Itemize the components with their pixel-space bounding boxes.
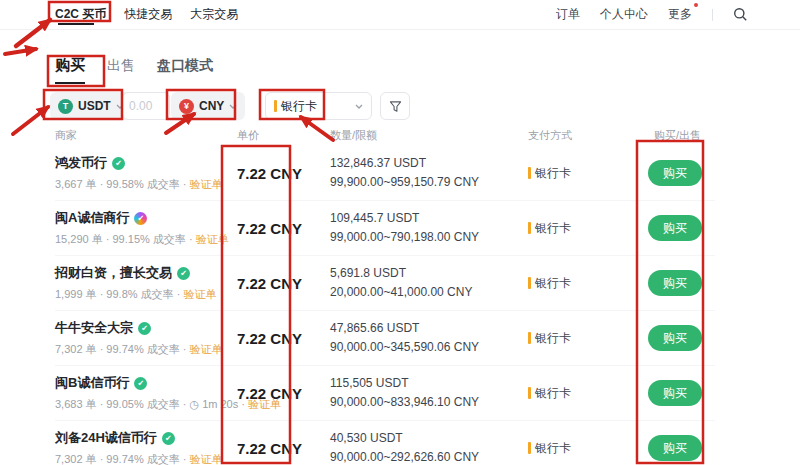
payment-method-select[interactable]: 银行卡 xyxy=(265,92,372,120)
search-icon[interactable] xyxy=(733,7,748,22)
merchant-name[interactable]: 闽A诚信商行 xyxy=(55,209,129,227)
header-merchant: 商家 xyxy=(55,128,232,143)
nav-item-profile[interactable]: 个人中心 xyxy=(600,6,648,23)
merchant-stats: 1,999 单 · 99.8% 成交率 · xyxy=(55,288,183,300)
nav-item-orders[interactable]: 订单 xyxy=(556,6,580,23)
payment-color-bar-icon xyxy=(528,167,531,179)
buy-button[interactable]: 购买 xyxy=(648,380,702,406)
verified-badge-icon: ✔ xyxy=(138,322,151,335)
buy-button[interactable]: 购买 xyxy=(648,215,702,241)
table-header-row: 商家 单价 数量/限额 支付方式 购买/出售 xyxy=(55,128,715,143)
buy-button[interactable]: 购买 xyxy=(648,435,702,461)
available-amount: 115,505 USDT xyxy=(330,374,528,393)
nav-item-block-trade[interactable]: 大宗交易 xyxy=(190,6,238,23)
limit-range: 99,900.00~959,150.79 CNY xyxy=(330,173,528,192)
offer-row: 刘备24H诚信币行 ✔ 7,302 单 · 99.74% 成交率 · 验证单 7… xyxy=(55,421,715,465)
offer-row: 闽A诚信商行 ✔ 15,290 单 · 99.15% 成交率 · 验证单 7.2… xyxy=(55,201,715,256)
merchant-name[interactable]: 牛牛安全大宗 xyxy=(55,319,133,337)
merchant-stats: 3,667 单 · 99.58% 成交率 · xyxy=(55,178,190,190)
payment-method: 银行卡 xyxy=(535,440,571,457)
limit-range: 20,000.00~41,000.00 CNY xyxy=(330,283,528,302)
merchant-stats: 7,302 单 · 99.74% 成交率 · xyxy=(55,453,190,465)
payment-method: 银行卡 xyxy=(535,385,571,402)
chevron-down-icon xyxy=(355,104,363,109)
nav-item-more[interactable]: 更多 xyxy=(668,6,692,23)
limit-range: 99,000.00~790,198.00 CNY xyxy=(330,228,528,247)
amount-input[interactable] xyxy=(122,92,170,120)
chevron-down-icon xyxy=(229,104,237,109)
buy-button[interactable]: 购买 xyxy=(648,270,702,296)
merchant-stats: 15,290 单 · 99.15% 成交率 · xyxy=(55,233,196,245)
buy-sell-tabs: 购买 出售 盘口模式 xyxy=(55,56,213,84)
tether-icon: T xyxy=(58,99,73,114)
payment-color-bar-icon xyxy=(528,387,531,399)
divider xyxy=(712,9,713,21)
offer-row: 闽B诚信币行 ✔ 3,683 单 · 99.05% 成交率 · ◷ 1m 20s… xyxy=(55,366,715,421)
verified-badge-icon: ✔ xyxy=(134,377,147,390)
filter-button[interactable] xyxy=(380,92,410,120)
header-quantity-limit: 数量/限额 xyxy=(330,128,528,143)
merchant-stats: 3,683 单 · 99.05% 成交率 · ◷ 1m 20s · xyxy=(55,398,248,410)
verified-order-tag[interactable]: 验证单 xyxy=(190,453,223,465)
active-nav-underline xyxy=(58,23,94,25)
verified-order-tag[interactable]: 验证单 xyxy=(183,288,216,300)
header-payment: 支付方式 xyxy=(528,128,648,143)
limit-range: 90,000.00~345,590.06 CNY xyxy=(330,338,528,357)
nav-item-c2c-buy[interactable]: C2C 买币 xyxy=(55,6,106,23)
fiat-select-label: CNY xyxy=(199,99,224,113)
annotation-arrow-usdt xyxy=(13,107,48,134)
payment-method: 银行卡 xyxy=(535,330,571,347)
price: 7.22 CNY xyxy=(232,330,330,347)
merchant-name[interactable]: 刘备24H诚信币行 xyxy=(55,429,157,447)
merchant-stats: 7,302 单 · 99.74% 成交率 · xyxy=(55,343,190,355)
payment-color-bar-icon xyxy=(528,442,531,454)
merchant-name[interactable]: 招财白资，擅长交易 xyxy=(55,264,172,282)
verified-order-tag[interactable]: 验证单 xyxy=(196,233,229,245)
tab-sell[interactable]: 出售 xyxy=(107,57,135,75)
crypto-select[interactable]: T USDT xyxy=(50,92,132,120)
payment-color-bar-icon xyxy=(274,100,277,112)
available-amount: 132,846.37 USDT xyxy=(330,154,528,173)
nav-item-express-trade[interactable]: 快捷交易 xyxy=(124,6,172,23)
header-price: 单价 xyxy=(232,128,330,143)
buy-button[interactable]: 购买 xyxy=(648,160,702,186)
payment-color-bar-icon xyxy=(528,222,531,234)
tab-orderbook-mode[interactable]: 盘口模式 xyxy=(157,57,213,75)
offer-row: 牛牛安全大宗 ✔ 7,302 单 · 99.74% 成交率 · 验证单 7.22… xyxy=(55,311,715,366)
offer-row: 鸿发币行 ✔ 3,667 单 · 99.58% 成交率 · 验证单 7.22 C… xyxy=(55,146,715,201)
verified-order-tag[interactable]: 验证单 xyxy=(190,343,223,355)
price: 7.22 CNY xyxy=(232,385,330,402)
available-amount: 5,691.8 USDT xyxy=(330,264,528,283)
merchant-name[interactable]: 闽B诚信币行 xyxy=(55,374,129,392)
available-amount: 109,445.7 USDT xyxy=(330,209,528,228)
funnel-icon xyxy=(389,100,402,113)
price: 7.22 CNY xyxy=(232,440,330,457)
offer-list: 鸿发币行 ✔ 3,667 单 · 99.58% 成交率 · 验证单 7.22 C… xyxy=(55,146,715,465)
limit-range: 90,000.00~833,946.10 CNY xyxy=(330,393,528,412)
buy-button[interactable]: 购买 xyxy=(648,325,702,351)
payment-color-bar-icon xyxy=(528,277,531,289)
crypto-select-label: USDT xyxy=(78,99,111,113)
available-amount: 40,530 USDT xyxy=(330,429,528,448)
annotation-arrow-buy-tab xyxy=(5,49,36,54)
verified-badge-icon: ✔ xyxy=(134,212,147,225)
tab-buy[interactable]: 购买 xyxy=(55,56,85,84)
price: 7.22 CNY xyxy=(232,220,330,237)
verified-order-tag[interactable]: 验证单 xyxy=(190,178,223,190)
payment-method: 银行卡 xyxy=(535,220,571,237)
verified-badge-icon: ✔ xyxy=(112,157,125,170)
top-navbar: C2C 买币 快捷交易 大宗交易 订单 个人中心 更多 xyxy=(0,0,800,30)
available-amount: 47,865.66 USDT xyxy=(330,319,528,338)
payment-select-label: 银行卡 xyxy=(281,98,317,115)
limit-range: 90,000.00~292,626.60 CNY xyxy=(330,448,528,465)
header-buy-sell: 购买/出售 xyxy=(648,128,715,143)
price: 7.22 CNY xyxy=(232,165,330,182)
notification-dot-icon xyxy=(694,3,698,7)
payment-color-bar-icon xyxy=(528,332,531,344)
offer-row: 招财白资，擅长交易 ✔ 1,999 单 · 99.8% 成交率 · 验证单 7.… xyxy=(55,256,715,311)
verified-badge-icon: ✔ xyxy=(177,267,190,280)
cny-icon: ¥ xyxy=(179,99,194,114)
merchant-name[interactable]: 鸿发币行 xyxy=(55,154,107,172)
verified-badge-icon: ✔ xyxy=(162,432,175,445)
fiat-select[interactable]: ¥ CNY xyxy=(171,92,245,120)
